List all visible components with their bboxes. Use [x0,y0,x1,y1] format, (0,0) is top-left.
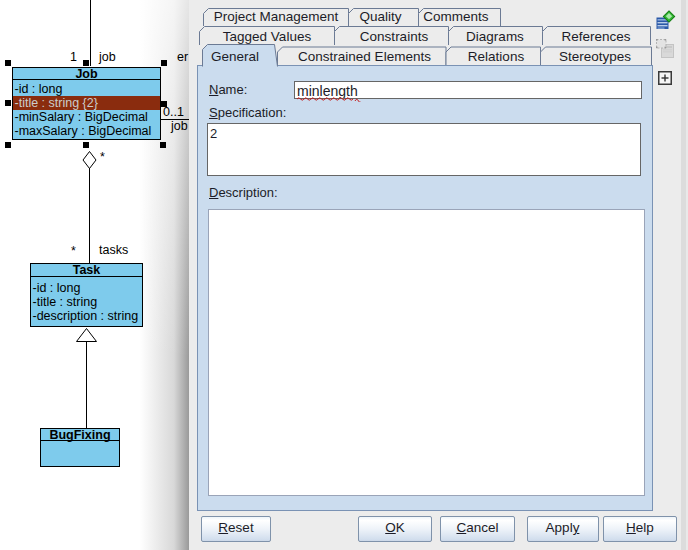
svg-text:Constraints: Constraints [360,29,429,44]
svg-text:Diagrams: Diagrams [466,29,524,44]
svg-text:Constrained Elements: Constrained Elements [298,49,431,64]
svg-text:Stereotypes: Stereotypes [559,49,631,64]
svg-text:Project Management: Project Management [214,9,339,24]
svg-text:References: References [561,29,630,44]
svg-text:Quality: Quality [359,9,401,24]
svg-text:Comments: Comments [423,9,489,24]
svg-text:Tagged Values: Tagged Values [223,29,312,44]
svg-text:General: General [211,49,259,64]
svg-text:Relations: Relations [468,49,525,64]
